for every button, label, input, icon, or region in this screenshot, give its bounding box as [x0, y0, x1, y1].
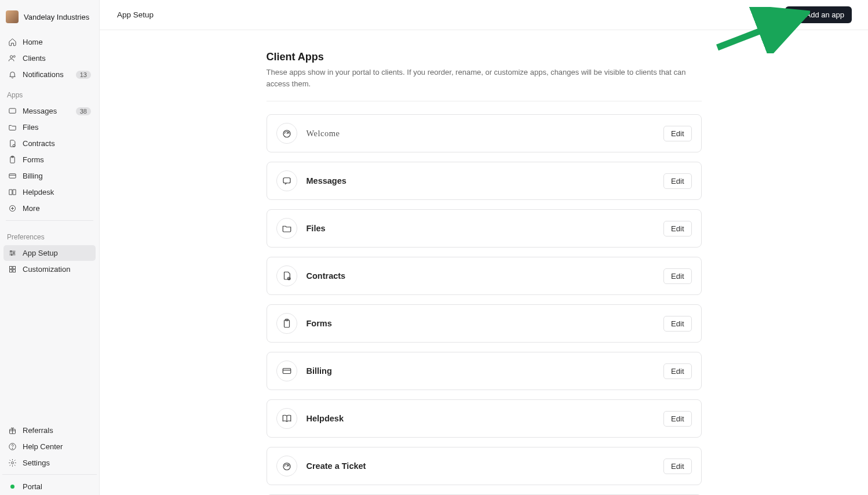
sidebar-item-contracts[interactable]: Contracts: [3, 136, 96, 151]
sidebar-item-notifications[interactable]: Notifications 13: [3, 67, 96, 82]
edit-button[interactable]: Edit: [663, 173, 691, 189]
svg-rect-25: [283, 369, 291, 374]
sidebar-item-settings[interactable]: Settings: [3, 455, 96, 471]
sidebar-item-label: Settings: [23, 458, 91, 467]
app-card[interactable]: MessagesEdit: [267, 162, 702, 200]
app-card[interactable]: BillingEdit: [267, 352, 702, 390]
svg-rect-14: [13, 270, 15, 272]
grid-icon: [8, 265, 17, 274]
topbar: App Setup Add an app: [100, 0, 868, 30]
app-card-label: Messages: [307, 176, 655, 185]
notifications-badge: 13: [76, 71, 91, 79]
book-icon: [8, 188, 17, 196]
more-icon: [8, 204, 17, 213]
contracts-icon: [276, 265, 297, 286]
divider: [267, 101, 702, 101]
sidebar-item-label: Files: [23, 123, 91, 132]
sidebar-item-label: Notifications: [23, 70, 70, 79]
sidebar-item-clients[interactable]: Clients: [3, 50, 96, 66]
app-card-label: Helpdesk: [307, 414, 655, 423]
sidebar-item-label: Forms: [23, 155, 91, 164]
contracts-icon: [8, 139, 17, 148]
sidebar-item-more[interactable]: More: [3, 201, 96, 216]
company-avatar: [6, 10, 19, 23]
sidebar-item-label: More: [23, 204, 91, 213]
sidebar-item-app-setup[interactable]: App Setup: [3, 245, 96, 261]
edit-button[interactable]: Edit: [663, 268, 691, 284]
plus-icon: [793, 11, 801, 19]
edit-button[interactable]: Edit: [663, 126, 691, 141]
app-card[interactable]: ContractsEdit: [267, 257, 702, 295]
edit-button[interactable]: Edit: [663, 363, 691, 379]
sidebar-item-label: Messages: [23, 107, 70, 115]
gift-icon: [8, 426, 17, 435]
sidebar-section-prefs: Preferences: [2, 225, 97, 245]
app-card-label: Forms: [307, 319, 655, 328]
help-icon: [8, 442, 17, 451]
sidebar-item-label: Help Center: [23, 442, 91, 451]
apps-list: WelcomeEditMessagesEditFilesEditContract…: [267, 114, 702, 495]
sidebar-item-label: Clients: [23, 54, 91, 63]
sliders-icon: [8, 249, 17, 257]
app-card[interactable]: FilesEdit: [267, 209, 702, 248]
app-card[interactable]: Create a TicketEdit: [267, 447, 702, 485]
app-card-label: Billing: [307, 366, 655, 376]
sidebar-item-messages[interactable]: Messages 38: [3, 103, 96, 119]
sidebar: Vandelay Industries Home Clients Notific…: [0, 0, 100, 495]
message-icon: [8, 107, 17, 115]
edit-button[interactable]: Edit: [663, 458, 691, 474]
clipboard-icon: [8, 155, 17, 164]
edit-button[interactable]: Edit: [663, 221, 691, 236]
sidebar-item-portal[interactable]: Portal: [3, 479, 96, 494]
sidebar-item-label: Portal: [23, 482, 91, 491]
folder-icon: [276, 218, 297, 239]
status-dot-icon: [10, 485, 14, 489]
sidebar-section-apps: Apps: [2, 83, 97, 103]
app-card[interactable]: WelcomeEdit: [267, 114, 702, 152]
sidebar-item-help-center[interactable]: Help Center: [3, 439, 96, 454]
svg-point-17: [12, 448, 13, 449]
sidebar-item-label: App Setup: [23, 249, 91, 257]
sidebar-item-label: Customization: [23, 265, 91, 274]
gear-icon: [8, 458, 17, 467]
add-app-button-label: Add an app: [805, 10, 844, 19]
app-card-label: Files: [307, 224, 655, 233]
svg-point-8: [10, 250, 12, 252]
book-icon: [276, 408, 297, 429]
app-card[interactable]: HelpdeskEdit: [267, 399, 702, 438]
content: Client Apps These apps show in your port…: [100, 30, 868, 495]
svg-point-18: [12, 462, 14, 464]
divider: [6, 220, 93, 221]
bell-icon: [8, 70, 17, 79]
add-app-button[interactable]: Add an app: [785, 6, 852, 23]
sidebar-item-home[interactable]: Home: [3, 34, 96, 50]
svg-rect-13: [10, 270, 12, 272]
dashboard-icon: [276, 123, 297, 144]
section-title: Client Apps: [267, 51, 702, 63]
edit-button[interactable]: Edit: [663, 411, 691, 427]
dashboard-icon: [276, 456, 297, 476]
svg-rect-11: [10, 267, 12, 269]
svg-point-10: [11, 254, 12, 256]
main: App Setup Add an app Client Apps These a…: [100, 0, 868, 495]
sidebar-item-label: Contracts: [23, 139, 91, 148]
company-name: Vandelay Industries: [24, 13, 89, 21]
home-icon: [8, 38, 17, 46]
company-switcher[interactable]: Vandelay Industries: [0, 0, 99, 34]
card-icon: [8, 172, 17, 180]
sidebar-item-label: Home: [23, 38, 91, 46]
sidebar-item-customization[interactable]: Customization: [3, 261, 96, 277]
sidebar-scroll: Home Clients Notifications 13 Apps Messa…: [0, 34, 99, 418]
sidebar-item-referrals[interactable]: Referrals: [3, 423, 96, 438]
app-card-label: Welcome: [307, 129, 655, 139]
app-card-label: Contracts: [307, 271, 655, 281]
page-title: App Setup: [117, 10, 154, 19]
sidebar-item-forms[interactable]: Forms: [3, 152, 96, 168]
sidebar-item-label: Billing: [23, 172, 91, 180]
sidebar-item-files[interactable]: Files: [3, 119, 96, 135]
app-card[interactable]: FormsEdit: [267, 304, 702, 343]
sidebar-item-helpdesk[interactable]: Helpdesk: [3, 184, 96, 200]
sidebar-item-billing[interactable]: Billing: [3, 168, 96, 184]
svg-rect-2: [9, 108, 16, 113]
edit-button[interactable]: Edit: [663, 316, 691, 332]
